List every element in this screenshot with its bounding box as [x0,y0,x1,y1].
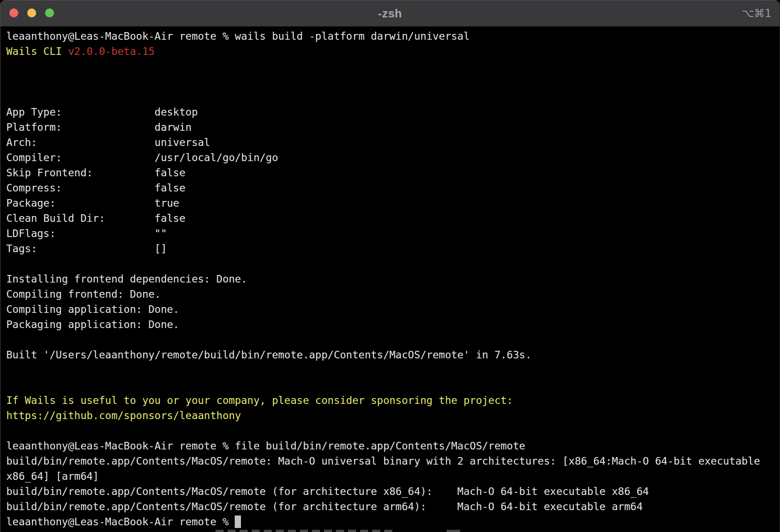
terminal-line: Packaging application: Done. [6,317,780,332]
terminal-line: Compiling frontend: Done. [6,287,780,302]
terminal-line [6,378,780,393]
terminal-text-segment: LDFlags: "" [6,228,167,239]
terminal-text-segment: App Type: desktop [6,106,198,118]
terminal-line: Arch: universal [6,135,780,150]
terminal-text-segment: leaanthony@Leas-MacBook-Air remote % fil… [6,440,525,452]
terminal-line: Compress: false [6,180,780,195]
terminal-line [6,362,780,378]
terminal-text-segment: https://github.com/sponsors/leaanthony [6,410,241,421]
terminal-line: Package: true [6,195,780,211]
terminal-line: Platform: darwin [6,120,780,135]
terminal-line: build/bin/remote.app/Contents/MacOS/remo… [6,499,780,514]
clipped-text-fragment [447,530,460,532]
terminal-text-segment: If Wails is useful to you or your compan… [6,395,513,406]
terminal-text-segment: leaanthony@Leas-MacBook-Air remote % wai… [6,30,470,42]
terminal-line [6,256,780,271]
terminal-line: x86_64] [arm64] [6,469,780,484]
keyboard-shortcut-badge: ⌥⌘1 [742,0,772,27]
terminal-line: Compiling application: Done. [6,302,780,317]
terminal-text-segment: Compress: false [6,182,186,194]
terminal-text-segment: leaanthony@Leas-MacBook-Air remote % [6,516,235,528]
terminal-line: leaanthony@Leas-MacBook-Air remote % fil… [6,438,780,453]
terminal-line: Clean Build Dir: false [6,211,780,226]
terminal-line: https://github.com/sponsors/leaanthony [6,408,780,423]
terminal-text-segment: Installing frontend dependencies: Done. [6,273,247,285]
terminal-text-segment: Clean Build Dir: false [6,212,186,224]
terminal-text-segment: Arch: universal [6,137,210,148]
terminal-text-segment: build/bin/remote.app/Contents/MacOS/remo… [6,486,649,497]
terminal-line: Skip Frontend: false [6,165,780,180]
terminal-text-segment: build/bin/remote.app/Contents/MacOS/remo… [6,455,760,467]
titlebar[interactable]: -zsh ⌥⌘1 [0,0,780,27]
terminal-cursor[interactable] [235,515,241,528]
clipped-bottom-line [0,530,780,532]
terminal-line: Built '/Users/leaanthony/remote/build/bi… [6,347,780,362]
terminal-window: -zsh ⌥⌘1 leaanthony@Leas-MacBook-Air rem… [0,0,780,532]
terminal-text-segment: Tags: [] [6,243,167,254]
terminal-text-segment: Compiling frontend: Done. [6,288,161,300]
terminal-line [6,59,780,74]
terminal-screen[interactable]: leaanthony@Leas-MacBook-Air remote % wai… [0,27,780,529]
clipped-text-fragment [216,530,393,532]
terminal-line: LDFlags: "" [6,226,780,241]
terminal-line: Wails CLI v2.0.0-beta.15 [6,44,780,59]
terminal-text-segment: Packaging application: Done. [6,319,179,330]
terminal-text-segment: build/bin/remote.app/Contents/MacOS/remo… [6,501,643,512]
terminal-text-segment: x86_64] [arm64] [6,470,99,482]
terminal-text-segment: Skip Frontend: false [6,167,186,179]
terminal-text-segment: Platform: darwin [6,121,191,133]
terminal-text-segment: Compiler: /usr/local/go/bin/go [6,152,278,163]
terminal-line: Compiler: /usr/local/go/bin/go [6,150,780,165]
terminal-text-segment: Built '/Users/leaanthony/remote/build/bi… [6,349,531,361]
terminal-text-segment: v2.0.0-beta.15 [68,46,154,57]
terminal-line: Tags: [] [6,241,780,256]
terminal-line: build/bin/remote.app/Contents/MacOS/remo… [6,453,780,469]
terminal-text-segment: Compiling application: Done. [6,303,179,315]
terminal-line: leaanthony@Leas-MacBook-Air remote % [6,514,780,529]
terminal-line: Installing frontend dependencies: Done. [6,271,780,287]
terminal-line [6,74,780,89]
terminal-text-segment: Wails CLI [6,46,68,57]
terminal-line: App Type: desktop [6,104,780,120]
terminal-text-segment: Package: true [6,197,179,209]
terminal-line: If Wails is useful to you or your compan… [6,393,780,408]
terminal-line: leaanthony@Leas-MacBook-Air remote % wai… [6,29,780,44]
terminal-line [6,423,780,438]
terminal-line [6,332,780,347]
window-title: -zsh [0,0,780,27]
terminal-line: build/bin/remote.app/Contents/MacOS/remo… [6,484,780,499]
terminal-line [6,89,780,104]
